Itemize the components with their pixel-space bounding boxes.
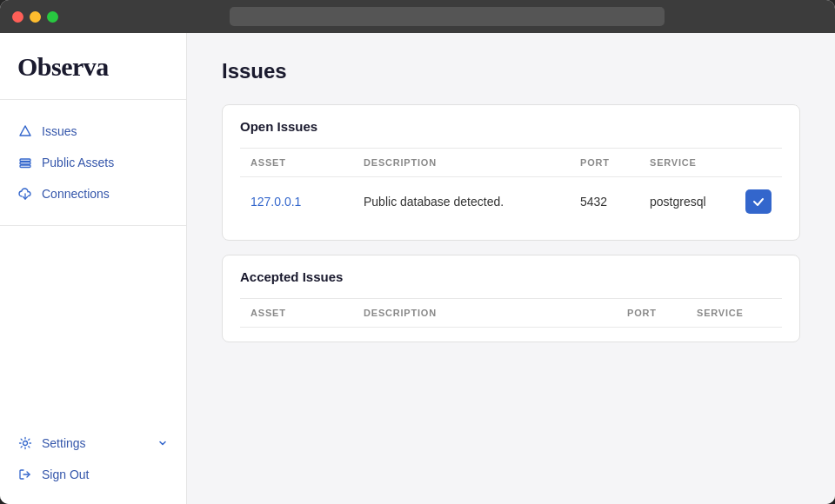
nav-section-bottom: Settings xyxy=(0,421,186,504)
accepted-col-header-service: SERVICE xyxy=(686,299,782,328)
asset-cell: 127.0.0.1 xyxy=(240,177,353,227)
accepted-col-header-asset: ASSET xyxy=(240,299,353,328)
traffic-lights xyxy=(12,11,58,23)
table-row: 127.0.0.1 Public database detected. 5432… xyxy=(240,177,782,227)
sidebar-item-sign-out[interactable]: Sign Out xyxy=(0,459,186,490)
settings-item-left: Settings xyxy=(17,435,86,451)
page-title: Issues xyxy=(222,59,800,83)
sidebar-item-connections[interactable]: Connections xyxy=(0,178,186,209)
accepted-issues-header-row: ASSET DESCRIPTION PORT SERVICE xyxy=(240,299,782,328)
sidebar-item-public-assets-label: Public Assets xyxy=(42,156,114,169)
accepted-issues-table-wrapper: ASSET DESCRIPTION PORT SERVICE xyxy=(223,298,799,342)
main-content: Issues Open Issues ASSET DESCRIPTION POR… xyxy=(187,33,835,504)
sidebar-item-issues-label: Issues xyxy=(42,124,77,138)
svg-rect-0 xyxy=(20,159,30,162)
minimize-button[interactable] xyxy=(30,11,41,23)
asset-link[interactable]: 127.0.0.1 xyxy=(250,195,301,209)
accepted-issues-card: Accepted Issues ASSET DESCRIPTION PORT S… xyxy=(222,255,800,342)
open-issues-thead: ASSET DESCRIPTION PORT SERVICE xyxy=(240,149,782,177)
sidebar-item-settings-label: Settings xyxy=(42,436,86,450)
service-cell: postgresql xyxy=(639,177,735,227)
accepted-col-header-description: DESCRIPTION xyxy=(353,299,617,328)
close-button[interactable] xyxy=(12,11,23,23)
gear-icon xyxy=(17,435,33,451)
sidebar-logo: Observa xyxy=(0,33,186,100)
triangle-icon xyxy=(17,123,33,139)
accepted-col-header-port: PORT xyxy=(617,299,686,328)
sidebar-item-issues[interactable]: Issues xyxy=(0,116,186,147)
layers-icon xyxy=(17,155,33,170)
sidebar-item-public-assets[interactable]: Public Assets xyxy=(0,147,186,178)
open-issues-tbody: 127.0.0.1 Public database detected. 5432… xyxy=(240,177,782,227)
svg-point-4 xyxy=(23,441,28,446)
accept-issue-button[interactable] xyxy=(745,189,772,214)
accepted-issues-thead: ASSET DESCRIPTION PORT SERVICE xyxy=(240,299,782,328)
app-body: Observa Issues xyxy=(0,33,835,504)
svg-rect-1 xyxy=(20,162,30,165)
col-header-action xyxy=(735,149,782,177)
svg-rect-2 xyxy=(20,165,30,168)
title-bar xyxy=(0,0,835,33)
col-header-port: PORT xyxy=(570,149,639,177)
description-cell: Public database detected. xyxy=(353,177,570,227)
col-header-asset: ASSET xyxy=(240,149,353,177)
col-header-description: DESCRIPTION xyxy=(353,149,570,177)
sidebar-item-settings[interactable]: Settings xyxy=(0,428,186,459)
nav-section-main: Issues Public Assets xyxy=(0,109,186,216)
open-issues-header: Open Issues xyxy=(223,105,799,148)
sidebar: Observa Issues xyxy=(0,33,187,504)
chevron-down-icon xyxy=(157,437,169,449)
col-header-service: SERVICE xyxy=(639,149,735,177)
sidebar-item-sign-out-label: Sign Out xyxy=(42,468,89,481)
accepted-issues-table: ASSET DESCRIPTION PORT SERVICE xyxy=(240,298,782,328)
address-bar[interactable] xyxy=(230,7,665,26)
port-cell: 5432 xyxy=(570,177,639,227)
signout-icon xyxy=(17,467,33,482)
logo-text: Observa xyxy=(17,52,109,81)
cloud-icon xyxy=(17,186,33,202)
open-issues-header-row: ASSET DESCRIPTION PORT SERVICE xyxy=(240,149,782,177)
open-issues-table-wrapper: ASSET DESCRIPTION PORT SERVICE 127.0.0.1 xyxy=(223,148,799,240)
sidebar-item-connections-label: Connections xyxy=(42,187,110,201)
app-window: Observa Issues xyxy=(0,0,835,504)
action-cell xyxy=(735,177,782,227)
maximize-button[interactable] xyxy=(47,11,58,23)
open-issues-table: ASSET DESCRIPTION PORT SERVICE 127.0.0.1 xyxy=(240,148,782,226)
accepted-issues-header: Accepted Issues xyxy=(223,255,799,298)
nav-divider xyxy=(0,225,186,226)
open-issues-card: Open Issues ASSET DESCRIPTION PORT SERVI… xyxy=(222,104,800,241)
